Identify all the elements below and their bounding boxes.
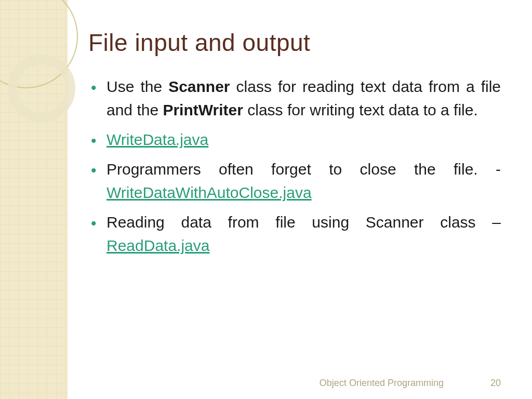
text-segment: Programmers often forget to close the fi… (107, 161, 501, 178)
bullet-item-readdata: Reading data from file using Scanner cla… (107, 210, 501, 257)
page-number: 20 (490, 378, 501, 389)
text-segment: Use the (107, 78, 168, 95)
bullet-item-autoclose: Programmers often forget to close the fi… (107, 157, 501, 204)
bullet-list: Use the Scanner class for reading text d… (88, 75, 501, 257)
text-segment: class for writing text data to a file. (243, 101, 478, 118)
slide-content: File input and output Use the Scanner cl… (88, 29, 501, 263)
slide-title: File input and output (88, 29, 501, 57)
slide-footer: Object Oriented Programming 20 (0, 378, 532, 389)
link-writedata-autoclose[interactable]: WriteDataWithAutoClose.java (107, 184, 312, 201)
bold-scanner: Scanner (168, 78, 230, 95)
bullet-item-writedata: WriteData.java (107, 128, 501, 151)
bullet-item-scanner-printwriter: Use the Scanner class for reading text d… (107, 75, 501, 122)
link-writedata[interactable]: WriteData.java (107, 131, 208, 148)
text-segment: Reading data from file using Scanner cla… (107, 214, 501, 231)
decorative-circle-small (8, 55, 75, 122)
link-readdata[interactable]: ReadData.java (107, 237, 209, 254)
footer-course-name: Object Oriented Programming (320, 378, 444, 389)
bold-printwriter: PrintWriter (163, 101, 243, 118)
